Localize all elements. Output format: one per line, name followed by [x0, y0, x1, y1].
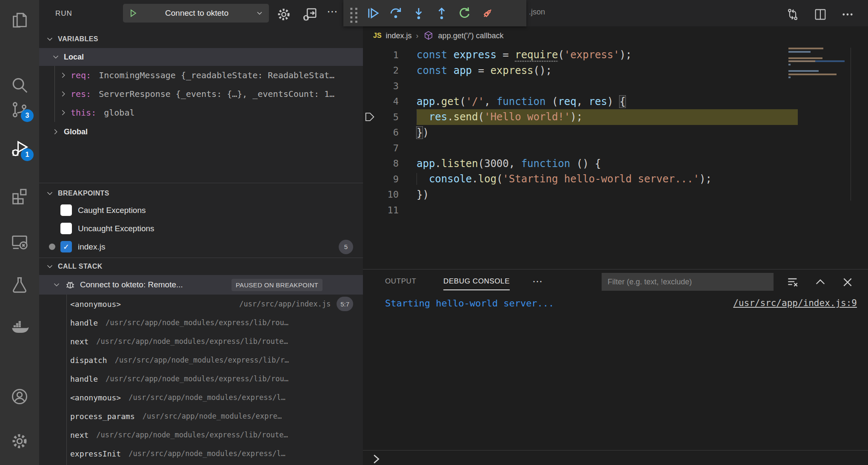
code-line[interactable]: 6 }) — [363, 125, 868, 141]
code-line[interactable]: 11 — [363, 202, 868, 218]
code-line[interactable]: 9 console.log('Starting hello-world serv… — [363, 171, 868, 187]
debug-session-row[interactable]: Connect to okteto: Remote... PAUSED ON B… — [39, 275, 363, 295]
frame-name: <anonymous> — [70, 300, 121, 309]
search-icon[interactable] — [10, 75, 29, 95]
chevron-right-icon — [59, 108, 68, 117]
breakpoint-dot-icon — [49, 244, 55, 250]
explorer-icon[interactable] — [10, 11, 29, 30]
maximize-panel-icon[interactable] — [812, 274, 829, 291]
settings-icon[interactable] — [10, 431, 29, 451]
accounts-icon[interactable] — [10, 387, 29, 406]
call-stack-section-header[interactable]: CALL STACK — [39, 259, 363, 274]
panel-more-actions-icon[interactable]: ⋯ — [532, 275, 543, 287]
launch-config-dropdown[interactable]: Connect to okteto — [123, 4, 269, 23]
breakpoint-row[interactable]: ✓ index.js 5 — [39, 238, 363, 256]
code-line[interactable]: 2 const app = express(); — [363, 63, 868, 79]
frame-name: dispatch — [70, 356, 107, 365]
breadcrumb-file[interactable]: index.js — [386, 31, 412, 40]
extensions-icon[interactable] — [10, 187, 29, 206]
disconnect-icon[interactable] — [478, 3, 497, 23]
breadcrumb-symbol[interactable]: app.get('/') callback — [438, 31, 504, 40]
close-panel-icon[interactable] — [839, 274, 856, 291]
stack-frame-row[interactable]: process_params /usr/src/app/node_modules… — [39, 407, 363, 425]
stack-frame-row[interactable]: next /usr/src/app/node_modules/express/l… — [39, 425, 363, 444]
variable-row[interactable]: res: ServerResponse {_events: {…}, _even… — [39, 85, 363, 103]
sidebar-more-actions-icon[interactable]: ⋯ — [327, 5, 339, 18]
restart-icon[interactable] — [455, 3, 474, 23]
variable-name: this: — [71, 108, 101, 118]
breakpoint-row[interactable]: Caught Exceptions — [39, 201, 363, 219]
code-line[interactable]: 4 app.get('/', function (req, res) { — [363, 94, 868, 110]
section-divider — [39, 183, 363, 183]
stack-frame-row[interactable]: <anonymous> /usr/src/app/node_modules/ex… — [39, 388, 363, 407]
sidebar-title: RUN — [55, 9, 72, 18]
frame-name: process_params — [70, 412, 135, 421]
frame-name: handle — [70, 318, 98, 327]
variable-row[interactable]: req: IncomingMessage {_readableState: Re… — [39, 66, 363, 85]
clear-console-icon[interactable] — [784, 274, 801, 291]
source-control-icon[interactable]: 3 — [10, 100, 29, 119]
execution-pointer-icon — [363, 111, 377, 123]
stack-frame-row[interactable]: expressInit /usr/src/app/node_modules/ex… — [39, 444, 363, 463]
split-editor-icon[interactable] — [812, 6, 829, 23]
debug-console-icon[interactable] — [300, 5, 319, 24]
continue-icon[interactable] — [363, 3, 383, 23]
breakpoint-row[interactable]: Uncaught Exceptions — [39, 219, 363, 238]
tab-debug-console[interactable]: DEBUG CONSOLE — [443, 269, 510, 293]
chevron-right-icon — [59, 89, 68, 99]
chevron-right-icon — [51, 127, 60, 136]
step-into-icon[interactable] — [409, 3, 428, 23]
chevron-down-icon — [255, 9, 264, 17]
code-line[interactable]: 1 const express = require('express'); — [363, 47, 868, 63]
open-changes-icon[interactable] — [784, 6, 801, 23]
variable-name: req: — [71, 70, 96, 80]
line-number: 5 — [377, 112, 399, 122]
variable-name: res: — [71, 89, 96, 99]
js-file-icon: JS — [373, 32, 382, 40]
call-stack-frames: <anonymous> /usr/src/app/index.js 5:7 ha… — [39, 295, 363, 463]
breakpoints-rows: Caught Exceptions Uncaught Exceptions ✓ … — [39, 201, 363, 256]
code-line[interactable]: 7 — [363, 140, 868, 156]
frame-position-badge: 5:7 — [337, 297, 353, 311]
docker-icon[interactable] — [10, 317, 29, 336]
editor-more-actions-icon[interactable] — [839, 6, 856, 23]
console-prompt-icon[interactable] — [371, 453, 383, 465]
scope-global-row[interactable]: Global — [39, 122, 363, 141]
code-line[interactable]: 5 res.send('Hello world!'); — [363, 109, 868, 125]
run-and-debug-icon[interactable]: 1 — [10, 139, 29, 159]
run-debug-sidebar: RUN Connect to okteto ⋯ VARIABLES — [39, 0, 363, 465]
frame-path: /usr/src/app/node_modules/express/lib/ro… — [96, 337, 288, 346]
console-source-link[interactable]: /usr/src/app/index.js:9 — [733, 298, 857, 308]
variable-row[interactable]: this: global — [39, 103, 363, 122]
breakpoint-checkbox[interactable] — [60, 204, 72, 216]
console-filter-input[interactable] — [602, 273, 774, 291]
scope-local-row[interactable]: Local — [39, 48, 363, 66]
debug-toolbar — [343, 0, 526, 26]
breakpoint-label: Caught Exceptions — [78, 206, 146, 215]
breakpoint-checkbox[interactable] — [60, 223, 72, 234]
debug-settings-gear-icon[interactable] — [274, 5, 293, 24]
code-line[interactable]: 8 app.listen(3000, function () { — [363, 156, 868, 172]
variables-section-header[interactable]: VARIABLES — [39, 31, 363, 47]
start-debug-icon[interactable] — [128, 8, 138, 18]
breakpoints-section-header[interactable]: BREAKPOINTS — [39, 186, 363, 201]
stack-frame-row[interactable]: dispatch /usr/src/app/node_modules/expre… — [39, 351, 363, 369]
step-over-icon[interactable] — [386, 3, 405, 23]
stack-frame-row[interactable]: <anonymous> /usr/src/app/index.js 5:7 — [39, 295, 363, 313]
tab-output[interactable]: OUTPUT — [385, 269, 416, 293]
toolbar-drag-handle[interactable] — [348, 6, 360, 20]
testing-icon[interactable] — [10, 275, 29, 295]
breakpoint-checkbox[interactable]: ✓ — [60, 241, 72, 252]
code-line[interactable]: 10 }) — [363, 187, 868, 203]
code-area[interactable]: 1 const express = require('express'); 2 … — [363, 47, 868, 218]
stack-frame-row[interactable]: handle /usr/src/app/node_modules/express… — [39, 313, 363, 332]
stack-frame-row[interactable]: next /usr/src/app/node_modules/express/l… — [39, 332, 363, 351]
editor-tab[interactable]: .json — [529, 8, 545, 17]
frame-name: handle — [70, 374, 98, 383]
stack-frame-row[interactable]: handle /usr/src/app/node_modules/express… — [39, 369, 363, 388]
line-number: 1 — [377, 50, 399, 60]
step-out-icon[interactable] — [432, 3, 451, 23]
code-line[interactable]: 3 — [363, 78, 868, 94]
remote-explorer-icon[interactable] — [10, 232, 29, 252]
glyph-margin — [363, 142, 377, 154]
